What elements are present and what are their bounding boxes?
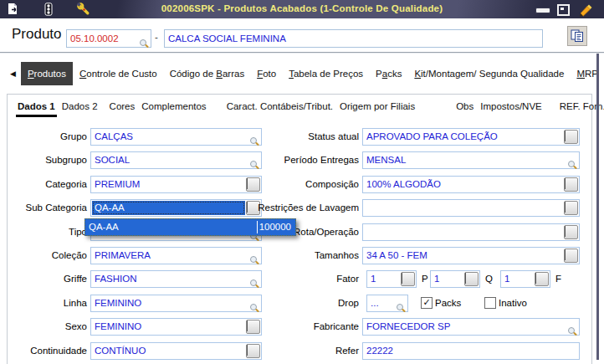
- product-code-input[interactable]: 05.10.0002: [66, 29, 151, 48]
- status-atual-value: APROVADO PARA COLEÇÃO: [366, 129, 562, 145]
- fator-p-combo[interactable]: 1: [366, 270, 417, 288]
- window-title: 002006SPK - Produtos Acabados (1-Control…: [0, 3, 604, 13]
- subtab-dados-2[interactable]: Dados 2: [60, 101, 100, 115]
- tab-produtos[interactable]: Produtos: [21, 62, 73, 85]
- restricoes-lavagem-label: Restrições de Lavagem: [200, 199, 359, 217]
- tab-c-digo-de-barras[interactable]: Código de Barras: [170, 69, 245, 79]
- restricoes-lavagem-combo[interactable]: [362, 199, 580, 217]
- separator-dash: -: [155, 32, 158, 42]
- refer-input[interactable]: 22222: [362, 342, 580, 360]
- produtos-tab-page: Dados 1Dados 2CoresComplementosCaract. C…: [7, 94, 592, 364]
- lookup-magnifier-icon[interactable]: [568, 327, 577, 336]
- fator-q-value: 1: [434, 271, 463, 287]
- tipo-label: Tipo: [8, 223, 87, 241]
- composicao-label: Composição: [200, 176, 359, 193]
- tab-mrp[interactable]: MRP: [576, 69, 598, 79]
- tab-controle-de-custo[interactable]: Controle de Custo: [79, 69, 157, 79]
- periodo-entregas-label: Período Entregas: [200, 151, 359, 169]
- fator-f-combo[interactable]: 1: [500, 270, 550, 288]
- chevron-down-icon[interactable]: [564, 177, 578, 192]
- subtab-cores[interactable]: Cores: [108, 101, 137, 115]
- subtab-obs[interactable]: Obs: [454, 101, 475, 115]
- status-atual-combo[interactable]: APROVADO PARA COLEÇÃO: [362, 128, 580, 146]
- tab-tabela-de-pre-os[interactable]: Tabela de Preços: [289, 69, 363, 79]
- sexo-label: Sexo: [8, 318, 87, 336]
- maximize-button[interactable]: [557, 4, 570, 16]
- drop-label: Drop: [200, 295, 359, 312]
- main-tabstrip: ◀ ProdutosControle de CustoCódigo de Bar…: [7, 60, 592, 87]
- lookup-magnifier-icon[interactable]: [568, 161, 577, 170]
- refer-label: Refer: [200, 342, 359, 360]
- chevron-down-icon[interactable]: [564, 225, 578, 239]
- product-header: Produto 05.10.0002 - CALCA SOCIAL FEMINI…: [0, 18, 604, 52]
- sub-categoria-dropdown-list[interactable]: QA-AA 100000: [84, 218, 296, 236]
- fabricante-input[interactable]: FORNECEDOR SP: [362, 318, 580, 336]
- tab-scroll-left-icon[interactable]: ◀: [10, 69, 16, 78]
- titlebar: 002006SPK - Produtos Acabados (1-Control…: [0, 0, 604, 18]
- product-code-value: 05.10.0002: [70, 33, 119, 44]
- chevron-down-icon[interactable]: [564, 130, 578, 144]
- fator-label: Fator: [200, 270, 359, 288]
- continuidade-label: Continuidade: [8, 342, 87, 360]
- product-name-input[interactable]: CALCA SOCIAL FEMININA: [164, 29, 543, 48]
- chevron-down-icon[interactable]: [564, 249, 578, 263]
- packs-checkbox-label: Packs: [435, 296, 461, 314]
- app-window: 002006SPK - Produtos Acabados (1-Control…: [0, 0, 604, 364]
- product-label: Produto: [12, 26, 62, 43]
- categoria-label: Categoria: [8, 176, 87, 193]
- minimize-button[interactable]: [535, 8, 550, 13]
- tamanhos-combo[interactable]: 34 A 50 - FEM: [362, 247, 580, 264]
- packs-checkbox[interactable]: ✓: [421, 297, 433, 309]
- chevron-down-icon[interactable]: [464, 272, 479, 286]
- tab-packs[interactable]: Packs: [376, 69, 402, 79]
- edit-pencil-icon[interactable]: [577, 2, 591, 15]
- subtab-dados-1[interactable]: Dados 1: [16, 101, 57, 117]
- status-atual-label: Status atual: [200, 128, 359, 146]
- drop-input[interactable]: ...: [366, 295, 408, 312]
- tab-foto[interactable]: Foto: [257, 69, 276, 79]
- fator-q-combo[interactable]: 1: [430, 270, 480, 288]
- periodo-entregas-value: MENSAL: [366, 152, 577, 168]
- fator-f-value: 1: [504, 271, 533, 287]
- sub-categoria-label: Sub Categoria: [8, 199, 87, 217]
- composicao-combo[interactable]: 100% ALGODÃO: [362, 176, 580, 193]
- window-right-edge: [596, 54, 599, 360]
- linha-label: Linha: [8, 295, 87, 312]
- fator-p-suffix: P: [422, 270, 428, 288]
- fator-q-suffix: Q: [485, 270, 493, 288]
- tamanhos-value: 34 A 50 - FEM: [366, 248, 562, 264]
- grupo-label: Grupo: [8, 128, 87, 146]
- subtab-impostos-nve[interactable]: Impostos/NVE: [479, 101, 544, 115]
- divider-highlight: [0, 53, 604, 54]
- dropdown-item-code: 100000: [257, 221, 291, 233]
- fator-p-value: 1: [371, 271, 399, 287]
- tab-kit-montagem-segunda-qualidade[interactable]: Kit/Montagem/ Segunda Qualidade: [414, 69, 564, 79]
- subtab-caract-cont-beis-tribut[interactable]: Caract. Contábeis/Tribut.: [225, 101, 335, 115]
- colecao-label: Coleção: [8, 247, 87, 264]
- subtab-origem-por-filiais[interactable]: Origem por Filiais: [338, 101, 417, 115]
- lookup-magnifier-icon[interactable]: [397, 304, 406, 313]
- inativo-checkbox[interactable]: [484, 297, 496, 309]
- tamanhos-label: Tamanhos: [200, 247, 359, 264]
- copy-icon: [571, 29, 584, 43]
- composicao-value: 100% ALGODÃO: [366, 177, 562, 192]
- rota-operacao-combo[interactable]: [362, 223, 580, 241]
- lookup-magnifier-icon[interactable]: [140, 39, 149, 49]
- sub-tabstrip: Dados 1Dados 2CoresComplementosCaract. C…: [16, 101, 588, 117]
- periodo-entregas-input[interactable]: MENSAL: [362, 151, 580, 169]
- chevron-down-icon[interactable]: [535, 272, 549, 286]
- fator-f-suffix: F: [555, 270, 561, 288]
- griffe-label: Griffe: [8, 270, 87, 288]
- dropdown-item[interactable]: QA-AA: [89, 219, 119, 235]
- subgrupo-label: Subgrupo: [8, 151, 87, 169]
- fabricante-value: FORNECEDOR SP: [366, 319, 577, 335]
- product-name-value: CALCA SOCIAL FEMININA: [168, 33, 286, 44]
- refer-value: 22222: [366, 343, 577, 359]
- subtab-complementos[interactable]: Complementos: [140, 101, 207, 115]
- chevron-down-icon[interactable]: [564, 201, 578, 215]
- chevron-down-icon[interactable]: [401, 272, 415, 286]
- copy-product-button[interactable]: [567, 26, 587, 46]
- inativo-checkbox-label: Inativo: [499, 296, 527, 314]
- fabricante-label: Fabricante: [200, 318, 359, 336]
